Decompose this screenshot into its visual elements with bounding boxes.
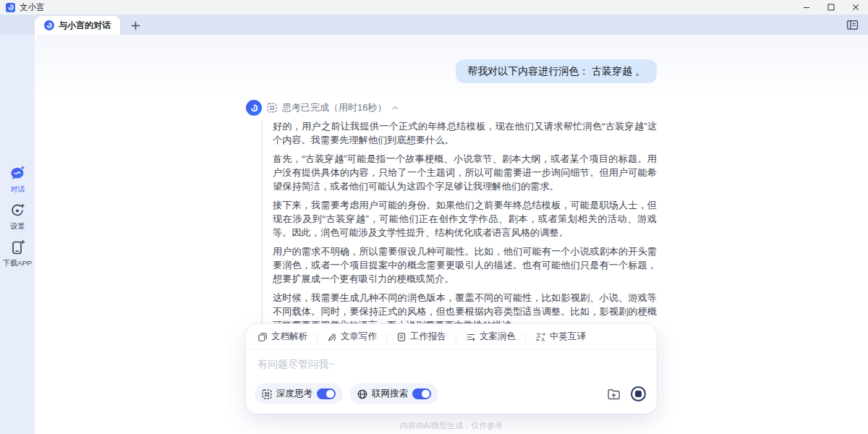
user-message-row: 帮我对以下内容进行润色： 古装穿越 。	[246, 59, 657, 83]
app-body: 对话 设置 下载APP 帮我对以下内容进行润色： 古装穿越 。	[0, 35, 868, 434]
close-button[interactable]	[843, 0, 868, 14]
tool-doc-parse[interactable]: 文档解析	[258, 331, 307, 343]
chevron-up-icon	[391, 104, 399, 112]
thinking-paragraph: 接下来，我需要考虑用户可能的身份。如果他们之前要年终总结模板，可能是职场人士，但…	[273, 198, 657, 239]
sidebar-item-settings[interactable]: 设置	[0, 202, 35, 231]
tool-label: 中英互译	[550, 331, 586, 343]
tool-translate[interactable]: 文 A 中英互译	[535, 331, 586, 343]
chat-thread: 帮我对以下内容进行润色： 古装穿越 。 思考已完成（用时16秒）	[246, 35, 657, 370]
svg-text:文: 文	[536, 332, 541, 339]
composer-bottom-row: 深度思考 联网搜索	[246, 375, 657, 414]
tool-label: 文章写作	[341, 331, 377, 343]
divider	[317, 333, 318, 341]
sidebar-item-chat[interactable]: 对话	[0, 165, 35, 195]
deep-think-icon	[262, 389, 272, 399]
assistant-avatar	[246, 100, 262, 116]
deep-think-toggle[interactable]: 深度思考	[255, 383, 343, 404]
side-panel-toggle-button[interactable]	[846, 19, 859, 31]
toggle-switch-on[interactable]	[317, 388, 336, 399]
deep-think-icon	[267, 103, 277, 113]
new-tab-button[interactable]	[126, 16, 145, 35]
maximize-button[interactable]	[819, 0, 843, 14]
tool-label: 文案润色	[480, 331, 516, 343]
tool-work-report[interactable]: 工作报告	[396, 331, 446, 343]
thinking-paragraph: 首先，“古装穿越”可能是指一个故事梗概、小说章节、剧本大纲，或者某个项目的标题。…	[273, 152, 657, 193]
divider	[525, 333, 526, 341]
web-search-toggle[interactable]: 联网搜索	[350, 383, 438, 404]
divider	[386, 333, 387, 341]
sidebar-item-label: 下载APP	[3, 258, 32, 268]
panel-icon	[846, 19, 859, 31]
toggle-switch-on[interactable]	[412, 388, 431, 399]
settings-icon	[9, 202, 26, 219]
composer-card: 文档解析 文章写作 工作报告	[246, 324, 657, 414]
close-icon	[852, 4, 859, 11]
tool-article-writing[interactable]: 文章写作	[327, 331, 377, 343]
titlebar: 文小言	[0, 0, 868, 14]
tab-logo-icon	[44, 20, 54, 30]
svg-text:A: A	[541, 336, 545, 341]
toggle-label: 联网搜索	[372, 388, 408, 400]
chat-bubble-icon	[9, 165, 26, 182]
toggle-label: 深度思考	[276, 388, 312, 400]
sidebar-item-label: 设置	[10, 221, 25, 231]
sidebar-item-download-app[interactable]: 下载APP	[0, 239, 35, 268]
minimize-button[interactable]	[794, 0, 819, 14]
divider	[456, 333, 456, 341]
folder-upload-icon	[607, 388, 621, 401]
tab-strip: 与小言的对话	[0, 14, 868, 35]
stop-generating-button[interactable]	[629, 386, 647, 403]
doc-parse-icon	[258, 332, 268, 342]
window-title: 文小言	[20, 2, 45, 13]
sidebar-item-label: 对话	[10, 184, 25, 194]
window-controls	[794, 0, 868, 14]
tool-copy-polish[interactable]: 文案润色	[466, 331, 516, 343]
thinking-paragraph: 好的，用户之前让我提供一个正式的年终总结模板，现在他们又请求帮忙润色“古装穿越”…	[273, 119, 657, 147]
composer-tools: 文档解析 文章写作 工作报告	[246, 324, 657, 349]
thinking-header[interactable]: 思考已完成（用时16秒）	[246, 101, 657, 115]
main-area: 帮我对以下内容进行润色： 古装穿越 。 思考已完成（用时16秒）	[35, 35, 868, 434]
polish-icon	[466, 332, 476, 342]
upload-file-button[interactable]	[605, 386, 622, 403]
tool-label: 文档解析	[271, 331, 307, 343]
pen-icon	[327, 332, 337, 342]
maximize-icon	[827, 4, 835, 11]
app-logo-icon	[6, 3, 15, 12]
tab-label: 与小言的对话	[59, 20, 111, 32]
stop-icon	[631, 386, 646, 401]
thinking-status-text: 思考已完成（用时16秒）	[282, 101, 386, 114]
translate-icon: 文 A	[535, 332, 546, 342]
ai-disclaimer: 内容由AI模型生成，仅作参考	[35, 420, 868, 431]
user-message-bubble: 帮我对以下内容进行润色： 古装穿越 。	[456, 59, 657, 83]
minimize-icon	[803, 4, 810, 11]
composer-input-row	[246, 349, 657, 375]
globe-icon	[357, 389, 367, 399]
phone-download-icon	[9, 239, 26, 256]
plus-icon	[131, 21, 140, 30]
tool-label: 工作报告	[410, 331, 446, 343]
message-input[interactable]	[258, 358, 645, 370]
thinking-paragraph: 用户的需求不明确，所以需要假设几种可能性。比如，他们可能有一个小说或剧本的开头需…	[273, 244, 657, 286]
sidebar: 对话 设置 下载APP	[0, 35, 35, 434]
tab-conversation[interactable]: 与小言的对话	[35, 16, 120, 35]
report-icon	[396, 332, 407, 342]
